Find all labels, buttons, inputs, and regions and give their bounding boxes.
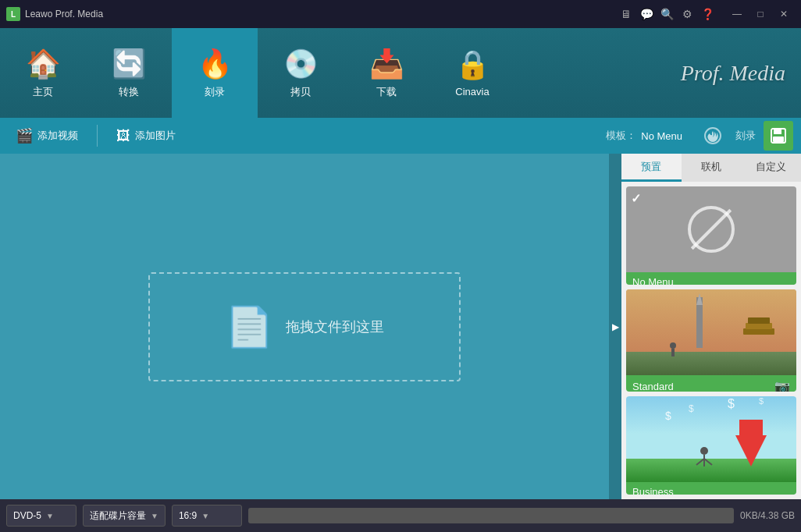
toolbar-separator-1	[97, 125, 98, 147]
panel-content: No Menu	[621, 182, 801, 499]
monitor-icon[interactable]: 🖥	[618, 8, 634, 20]
nav-cinavia[interactable]: 🔒 Cinavia	[429, 28, 515, 118]
svg-rect-8	[743, 328, 774, 335]
convert-icon: 🔄	[112, 48, 147, 80]
nav-download[interactable]: 📥 下载	[344, 28, 429, 118]
progress-bar-container	[248, 508, 734, 523]
business-thumb: $ $ $ $	[626, 396, 796, 482]
panel-tabs: 预置 联机 自定义	[621, 154, 801, 182]
progress-text: 0KB/4.38 GB	[740, 510, 795, 521]
panel-toggle-arrow: ▶	[612, 321, 619, 332]
svg-text:$: $	[728, 397, 735, 410]
nav-home-label: 主页	[33, 85, 53, 99]
title-bar: L Leawo Prof. Media 🖥 💬 🔍 ⚙ ❓ — □ ✕	[0, 0, 801, 28]
template-no-menu[interactable]: No Menu	[626, 186, 796, 285]
svg-rect-13	[626, 396, 796, 459]
drop-text: 拖拽文件到这里	[286, 317, 384, 336]
svg-rect-9	[746, 323, 772, 329]
burn-label-button[interactable]: 刻录	[731, 121, 760, 151]
svg-rect-2	[774, 129, 781, 134]
nav-copy[interactable]: 💿 拷贝	[258, 28, 344, 118]
disc-type-value: DVD-5	[13, 510, 41, 521]
title-bar-left: L Leawo Prof. Media	[6, 7, 103, 21]
nav-burn-label: 刻录	[205, 85, 225, 99]
window-controls: — □ ✕	[726, 6, 795, 22]
svg-text:$: $	[665, 410, 671, 422]
business-scene-svg: $ $ $ $	[626, 396, 796, 482]
tab-online[interactable]: 联机	[682, 154, 742, 182]
app-logo: L	[6, 7, 20, 21]
nav-convert[interactable]: 🔄 转换	[86, 28, 172, 118]
template-label: 模板：	[606, 129, 636, 143]
cinavia-icon: 🔒	[455, 48, 490, 81]
maximize-button[interactable]: □	[749, 6, 771, 22]
template-value: No Menu	[641, 130, 682, 142]
svg-rect-3	[773, 137, 784, 142]
toolbar: 🎬 添加视频 🖼 添加图片 模板： No Menu 刻录	[0, 118, 801, 154]
add-image-label: 添加图片	[135, 129, 176, 143]
svg-rect-14	[626, 459, 796, 482]
nav-bar: 🏠 主页 🔄 转换 🔥 刻录 💿 拷贝 📥 下载 🔒 Cinavia Prof.…	[0, 28, 801, 118]
svg-point-11	[670, 342, 676, 349]
svg-rect-4	[626, 289, 796, 352]
add-video-label: 添加视频	[37, 129, 78, 143]
close-button[interactable]: ✕	[773, 6, 795, 22]
fit-option-dropdown[interactable]: 适配碟片容量 ▼	[83, 505, 166, 527]
template-selector: 模板： No Menu	[606, 129, 682, 143]
chat-icon[interactable]: 💬	[639, 8, 654, 20]
template-standard[interactable]: Standard 📷	[626, 289, 796, 391]
drop-area[interactable]: 📄 拖拽文件到这里	[0, 154, 609, 499]
minimize-button[interactable]: —	[726, 6, 748, 22]
search-icon[interactable]: 🔍	[659, 8, 675, 20]
nav-copy-label: 拷贝	[290, 85, 311, 99]
svg-rect-5	[626, 352, 796, 375]
nav-cinavia-label: Cinavia	[455, 86, 489, 98]
add-video-icon: 🎬	[16, 127, 33, 144]
fit-option-value: 适配碟片容量	[90, 509, 146, 523]
tab-custom[interactable]: 自定义	[741, 154, 801, 182]
brand-area: Prof. Media	[515, 61, 801, 86]
drop-file-icon: 📄	[225, 304, 273, 349]
tab-preset[interactable]: 预置	[621, 154, 682, 182]
nav-convert-label: 转换	[119, 85, 139, 99]
standard-label: Standard 📷	[626, 375, 796, 391]
nav-download-label: 下载	[376, 85, 397, 99]
standard-scene-svg	[626, 289, 796, 375]
status-bar: DVD-5 ▼ 适配碟片容量 ▼ 16:9 ▼ 0KB/4.38 GB	[0, 499, 801, 532]
panel-toggle[interactable]: ▶	[609, 303, 621, 350]
toolbar-actions: 刻录	[698, 121, 793, 151]
right-panel: 预置 联机 自定义 No Menu	[621, 154, 801, 499]
download-icon: 📥	[369, 48, 404, 80]
add-video-button[interactable]: 🎬 添加视频	[8, 124, 86, 147]
business-label: Business	[626, 482, 796, 495]
flame-button[interactable]	[698, 121, 728, 151]
copy-icon: 💿	[283, 48, 319, 80]
aspect-ratio-arrow: ▼	[201, 512, 209, 520]
main-content: 📄 拖拽文件到这里 ▶ 预置 联机 自定义	[0, 154, 801, 499]
save-button[interactable]	[764, 121, 793, 151]
nav-burn[interactable]: 🔥 刻录	[172, 28, 258, 118]
no-menu-label: No Menu	[626, 272, 796, 285]
title-bar-controls: 🖥 💬 🔍 ⚙ ❓ — □ ✕	[618, 6, 795, 22]
nav-home[interactable]: 🏠 主页	[0, 28, 86, 118]
fit-option-arrow: ▼	[151, 512, 158, 520]
svg-rect-10	[748, 317, 770, 324]
svg-text:$: $	[759, 396, 764, 406]
add-image-icon: 🖼	[116, 128, 130, 144]
home-icon: 🏠	[26, 48, 61, 80]
app-title: Leawo Prof. Media	[25, 9, 103, 20]
burn-text: 刻录	[735, 129, 756, 143]
svg-text:$: $	[689, 403, 694, 414]
brand-text: Prof. Media	[681, 61, 785, 86]
save-icon	[770, 127, 787, 144]
disc-type-dropdown[interactable]: DVD-5 ▼	[6, 505, 77, 527]
settings-icon[interactable]: ⚙	[679, 8, 695, 20]
help-icon[interactable]: ❓	[700, 8, 715, 20]
aspect-ratio-dropdown[interactable]: 16:9 ▼	[172, 505, 242, 527]
drop-zone[interactable]: 📄 拖拽文件到这里	[148, 272, 461, 381]
burn-icon: 🔥	[198, 48, 233, 80]
svg-rect-12	[671, 349, 675, 356]
add-image-button[interactable]: 🖼 添加图片	[109, 125, 183, 147]
template-business[interactable]: $ $ $ $ Business	[626, 396, 796, 495]
disc-type-arrow: ▼	[46, 512, 54, 520]
